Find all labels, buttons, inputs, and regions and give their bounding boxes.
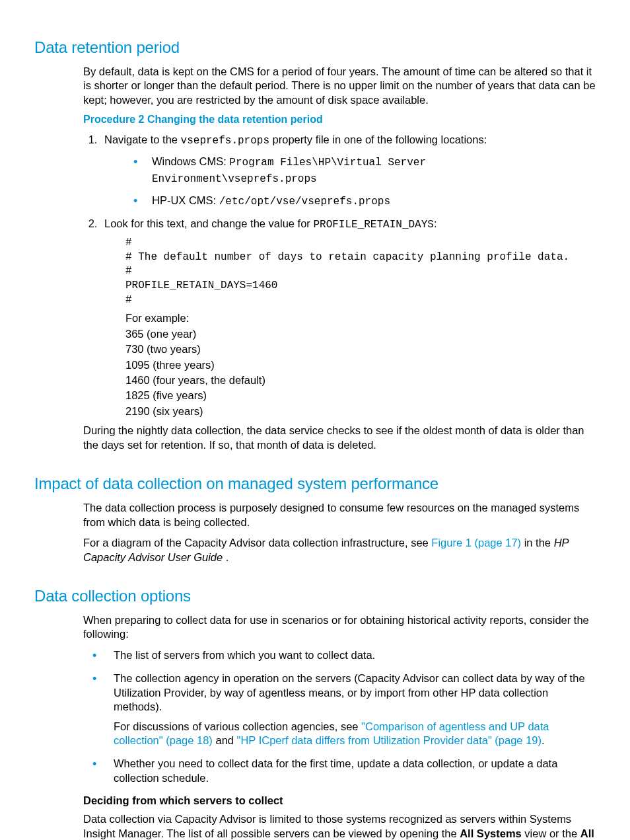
heading-options: Data collection options [34,587,596,605]
opt2-sub-post: . [542,734,545,746]
example-line: 730 (two years) [125,342,596,356]
step1-code: vseprefs.props [181,135,269,147]
example-line: 1460 (four years, the default) [125,373,596,387]
bold-all-systems: All Systems [460,827,522,839]
procedure-list: Navigate to the vseprefs.props property … [83,132,596,418]
example-line: 2190 (six years) [125,404,596,418]
retention-body: By default, data is kept on the CMS for … [83,65,596,452]
loc2-label: HP-UX CMS: [152,194,219,206]
examples-block: For example: 365 (one year) 730 (two yea… [125,311,596,418]
code-block: # # The default number of days to retain… [125,236,596,307]
options-intro: When preparing to collect data for use i… [83,613,596,642]
impact-p2-post: . [223,551,228,563]
proc-step-1: Navigate to the vseprefs.props property … [100,132,596,209]
opt2-sub-pre: For discussions of various collection ag… [114,720,361,732]
page: Data retention period By default, data i… [0,0,630,840]
options-body: When preparing to collect data for use i… [83,613,596,840]
example-line: 365 (one year) [125,327,596,341]
proc-step-2: Look for this text, and change the value… [100,216,596,419]
deciding-t2: view or the [522,827,580,839]
retention-trailing: During the nightly data collection, the … [83,424,596,452]
step2-code: PROFILE_RETAIN_DAYS [313,219,433,231]
option-item-3: Whether you need to collect data for the… [92,757,596,785]
deciding-para: Data collection via Capacity Advisor is … [83,812,596,840]
location-windows: Windows CMS: Program Files\HP\Virtual Se… [133,154,596,186]
impact-body: The data collection process is purposely… [83,501,596,564]
opt2-sub-mid: and [213,734,237,746]
impact-p2-pre: For a diagram of the Capacity Advisor da… [83,537,431,549]
loc2-code: /etc/opt/vse/vseprefs.props [219,196,390,208]
option-item-1: The list of servers from which you want … [92,648,596,662]
link-icperf-differs[interactable]: "HP ICperf data differs from Utilization… [237,734,542,746]
options-list: The list of servers from which you want … [83,648,596,786]
option-item-2: The collection agency in operation on th… [92,671,596,747]
link-figure-1[interactable]: Figure 1 (page 17) [431,537,521,549]
subhead-deciding: Deciding from which servers to collect [83,794,596,807]
step1-post: property file in one of the following lo… [269,134,487,145]
option-2-subpara: For discussions of various collection ag… [114,720,596,748]
heading-impact: Impact of data collection on managed sys… [34,475,596,493]
impact-p1: The data collection process is purposely… [83,501,596,529]
impact-p2: For a diagram of the Capacity Advisor da… [83,536,596,564]
option-2-text: The collection agency in operation on th… [114,672,585,712]
step2-post: : [434,217,437,229]
heading-data-retention: Data retention period [34,38,596,57]
location-hpux: HP-UX CMS: /etc/opt/vse/vseprefs.props [133,193,596,210]
procedure-title: Procedure 2 Changing the data retention … [83,114,596,126]
loc1-label: Windows CMS: [152,155,229,167]
example-line: 1825 (five years) [125,389,596,402]
location-list: Windows CMS: Program Files\HP\Virtual Se… [104,154,596,210]
retention-intro: By default, data is kept on the CMS for … [83,65,596,107]
step1-pre: Navigate to the [104,134,181,145]
step2-pre: Look for this text, and change the value… [104,217,313,229]
example-line: 1095 (three years) [125,358,596,372]
example-label: For example: [125,311,596,325]
impact-p2-mid: in the [521,537,554,549]
